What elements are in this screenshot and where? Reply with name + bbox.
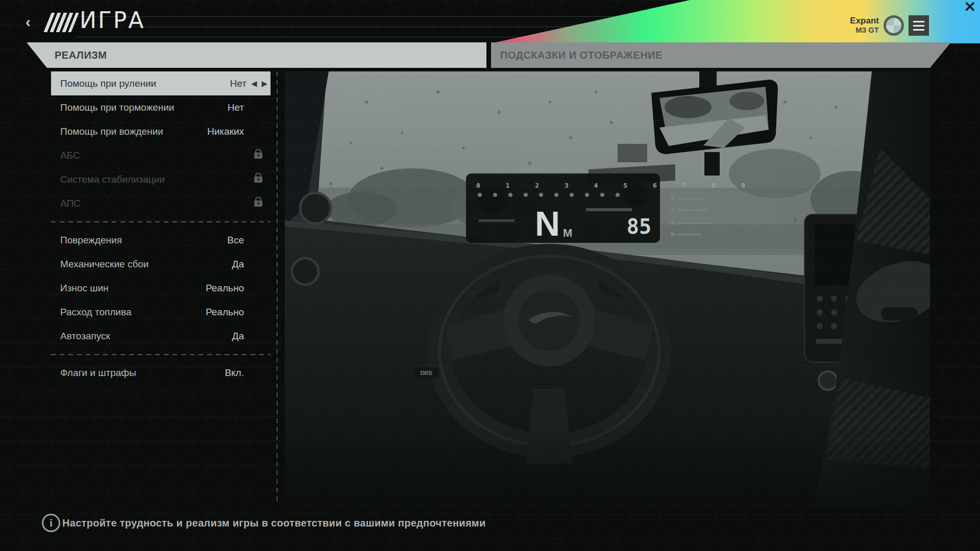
back-chevron-icon: ‹	[26, 13, 31, 30]
setting-label: Износ шин	[60, 283, 206, 294]
setting-label: АПС	[60, 198, 254, 209]
setting-row-tire-wear[interactable]: Износ шин Реально	[51, 276, 271, 300]
game-settings-screen: { "header": { "back_icon": "‹", "logo_te…	[0, 0, 980, 551]
profile-name: Expant	[850, 16, 879, 26]
setting-value: Да	[232, 331, 244, 342]
setting-value: Реально	[206, 307, 244, 318]
tab-realism[interactable]: РЕАЛИЗМ	[27, 42, 486, 68]
info-icon: i	[42, 514, 60, 532]
setting-label: Помощь при торможении	[60, 102, 228, 113]
setting-value: Никаких	[207, 126, 244, 137]
setting-label: Автозапуск	[60, 331, 232, 342]
profile-car: M3 GT	[855, 26, 879, 35]
back-button[interactable]: ‹	[26, 14, 31, 30]
setting-label: Флаги и штрафы	[60, 367, 225, 379]
profile-names: Expant M3 GT	[850, 16, 879, 34]
lock-icon	[254, 201, 262, 207]
setting-label: АБС	[60, 150, 254, 161]
setting-value: Реально	[206, 283, 244, 294]
setting-label: Повреждения	[60, 235, 227, 246]
svg-text:85: 85	[627, 215, 651, 238]
setting-row-flags-penalties[interactable]: Флаги и штрафы Вкл.	[51, 361, 271, 385]
setting-row-driving-assist[interactable]: Помощь при вождении Никаких	[51, 119, 271, 143]
setting-label: Помощь при рулении	[60, 78, 230, 89]
setting-label: Расход топлива	[60, 307, 206, 318]
setting-row-auto-start[interactable]: Автозапуск Да	[51, 324, 271, 348]
menu-button[interactable]	[909, 15, 929, 36]
group-divider	[51, 221, 271, 222]
setting-row-stability-control: Система стабилизации	[51, 167, 271, 191]
close-button[interactable]: ✕	[964, 0, 976, 14]
cockpit-illustration: 0 1 2 3 4 5 6 7 8 9 N M 85 DRS	[285, 71, 930, 509]
svg-text:M: M	[563, 227, 572, 239]
settings-list: Помощь при рулении Нет ◀ ▶ Помощь при то…	[51, 71, 271, 385]
close-icon: ✕	[964, 0, 976, 15]
setting-label: Система стабилизации	[60, 174, 254, 185]
lock-icon	[254, 153, 262, 159]
tab-label: ПОДСКАЗКИ И ОТОБРАЖЕНИЕ	[500, 49, 663, 61]
tab-hints-display[interactable]: ПОДСКАЗКИ И ОТОБРАЖЕНИЕ	[491, 42, 951, 68]
setting-row-braking-assist[interactable]: Помощь при торможении Нет	[51, 95, 271, 119]
game-logo-title: ИГРА	[80, 7, 145, 33]
svg-text:0 1 2 3 4 5 6 7 8 9: 0 1 2 3 4 5 6 7 8 9	[476, 182, 756, 189]
setting-value: Да	[232, 259, 244, 270]
svg-text:N: N	[535, 204, 560, 243]
setting-row-mechanical-failures[interactable]: Механические сбои Да	[51, 252, 271, 276]
setting-value: Нет	[230, 78, 247, 89]
next-value-arrow-icon[interactable]: ▶	[261, 79, 267, 88]
svg-text:DRS: DRS	[420, 370, 432, 376]
setting-row-tcs: АПС	[51, 191, 271, 215]
info-text: Настройте трудность и реализм игры в соо…	[62, 517, 486, 529]
panel-divider-dashed	[277, 71, 278, 504]
setting-value: Нет	[228, 102, 244, 113]
tab-label: РЕАЛИЗМ	[55, 49, 107, 61]
game-logo-icon	[43, 13, 79, 32]
setting-label: Помощь при вождении	[60, 126, 207, 137]
setting-value: Вкл.	[225, 367, 244, 379]
group-divider	[51, 354, 271, 355]
prev-value-arrow-icon[interactable]: ◀	[251, 79, 257, 88]
setting-row-abs: АБС	[51, 143, 271, 167]
lock-icon	[254, 177, 262, 183]
car-brand-roundel-icon	[884, 15, 904, 36]
setting-value: Все	[227, 235, 244, 246]
profile-block: Expant M3 GT	[850, 15, 929, 36]
setting-row-damage[interactable]: Повреждения Все	[51, 228, 271, 252]
menu-icon	[913, 21, 924, 22]
cockpit-background-image: 0 1 2 3 4 5 6 7 8 9 N M 85 DRS	[285, 71, 930, 509]
setting-label: Механические сбои	[60, 259, 232, 270]
setting-row-steering-assist[interactable]: Помощь при рулении Нет ◀ ▶	[51, 71, 271, 95]
setting-row-fuel-consumption[interactable]: Расход топлива Реально	[51, 300, 271, 324]
